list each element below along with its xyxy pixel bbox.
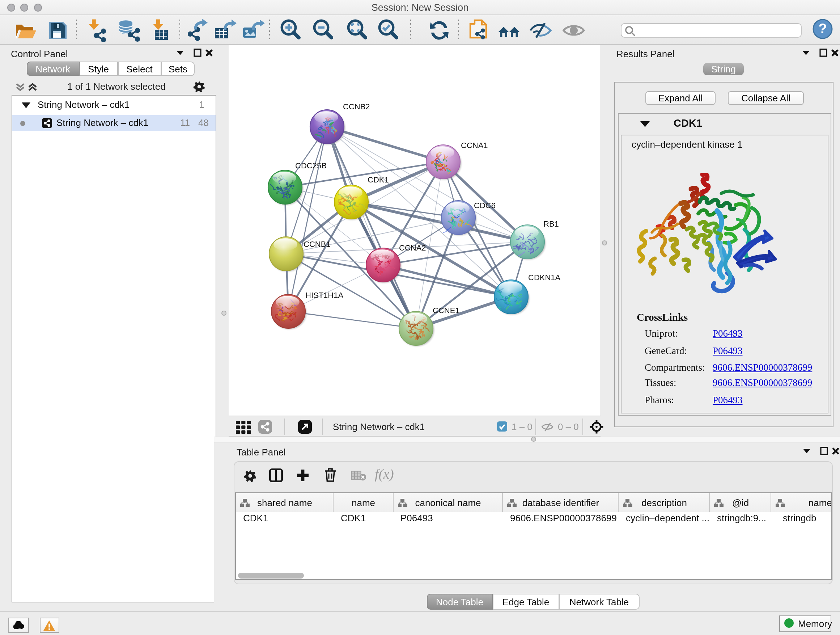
svg-text:CDKN1A: CDKN1A bbox=[528, 273, 561, 282]
svg-text:CCNB2: CCNB2 bbox=[343, 102, 370, 111]
svg-text:CCNA2: CCNA2 bbox=[399, 243, 426, 252]
svg-text:CDC25B: CDC25B bbox=[295, 161, 327, 170]
svg-text:CCNB1: CCNB1 bbox=[303, 240, 331, 249]
svg-text:?: ? bbox=[818, 21, 827, 36]
svg-text:CDC6: CDC6 bbox=[474, 201, 496, 210]
svg-text:CDK1: CDK1 bbox=[368, 175, 389, 184]
svg-text:CCNA1: CCNA1 bbox=[461, 141, 488, 150]
svg-text:HIST1H1A: HIST1H1A bbox=[305, 291, 343, 300]
svg-text:CCNE1: CCNE1 bbox=[433, 306, 460, 315]
svg-text:RB1: RB1 bbox=[543, 219, 559, 228]
